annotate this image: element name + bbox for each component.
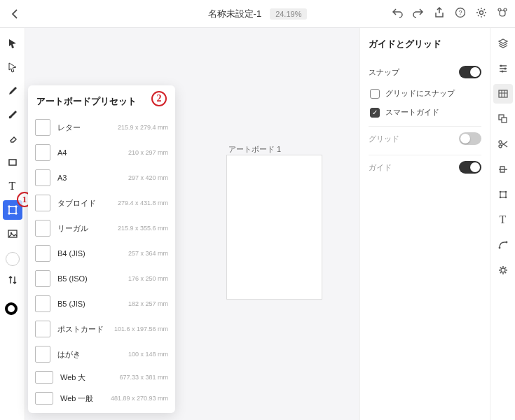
left-toolbar: T xyxy=(0,28,25,420)
appearance-icon[interactable] xyxy=(493,260,513,280)
preset-row[interactable]: はがき100 x 148 mm xyxy=(28,342,175,367)
preset-name: はがき xyxy=(57,349,121,360)
preset-dims: 210 x 297 mm xyxy=(128,149,168,156)
svg-rect-15 xyxy=(502,118,507,122)
svg-point-22 xyxy=(504,197,507,199)
artboard[interactable] xyxy=(227,155,322,299)
guide-label: ガイド xyxy=(369,162,392,173)
preset-name: レター xyxy=(57,122,111,133)
page-icon xyxy=(35,392,53,405)
snap-toggle[interactable] xyxy=(459,66,481,78)
smart-guide-checkbox[interactable]: ✓ スマートガイド xyxy=(369,103,481,122)
svg-rect-18 xyxy=(500,192,506,197)
svg-point-24 xyxy=(505,241,507,244)
preset-dims: 100 x 148 mm xyxy=(128,351,168,358)
undo-button[interactable] xyxy=(392,7,403,21)
preset-name: リーガル xyxy=(57,223,111,234)
transform-icon[interactable] xyxy=(493,185,513,204)
preset-row[interactable]: タブロイド279.4 x 431.8 mm xyxy=(28,190,175,216)
preset-name: Web 一般 xyxy=(60,393,104,404)
svg-point-12 xyxy=(501,71,503,73)
svg-text:?: ? xyxy=(458,9,462,16)
page-icon xyxy=(35,220,50,237)
help-button[interactable]: ? xyxy=(455,7,466,21)
preset-name: B4 (JIS) xyxy=(57,249,121,258)
snap-label: スナップ xyxy=(369,67,399,78)
guide-toggle[interactable] xyxy=(459,161,481,174)
svg-point-16 xyxy=(499,141,502,144)
artboard-label[interactable]: アートボード 1 xyxy=(228,144,281,155)
eraser-tool[interactable] xyxy=(3,129,22,148)
layout-icon[interactable] xyxy=(493,109,513,129)
preset-name: Web 大 xyxy=(60,372,112,383)
preset-name: ポストカード xyxy=(57,324,107,335)
preset-row[interactable]: Web 大677.33 x 381 mm xyxy=(28,367,175,388)
grid-guides-icon[interactable] xyxy=(493,84,513,104)
svg-rect-6 xyxy=(9,160,16,165)
preset-dims: 215.9 x 355.6 mm xyxy=(118,225,168,232)
svg-point-27 xyxy=(502,273,504,274)
preset-row[interactable]: リーガル215.9 x 355.6 mm xyxy=(28,216,175,241)
svg-point-11 xyxy=(504,68,506,70)
preset-row[interactable]: ポストカード101.6 x 197.56 mm xyxy=(28,316,175,342)
preset-row[interactable]: レター215.9 x 279.4 mm xyxy=(28,115,175,140)
svg-point-19 xyxy=(499,191,501,193)
svg-point-28 xyxy=(499,270,500,271)
color-swatch[interactable] xyxy=(6,252,20,266)
pen-tool[interactable] xyxy=(3,81,22,101)
back-button[interactable] xyxy=(7,8,24,20)
preset-row[interactable]: B5 (ISO)176 x 250 mm xyxy=(28,266,175,291)
svg-point-26 xyxy=(502,266,504,267)
mascot-icon[interactable] xyxy=(497,7,508,21)
page-icon xyxy=(35,321,50,337)
svg-point-21 xyxy=(499,197,501,199)
page-icon xyxy=(35,144,50,161)
align-icon[interactable] xyxy=(493,160,513,179)
preset-dims: 215.9 x 279.4 mm xyxy=(118,124,168,131)
grid-label: グリッド xyxy=(369,134,399,144)
preset-row[interactable]: A4210 x 297 mm xyxy=(28,140,175,165)
right-rail: T xyxy=(490,28,515,420)
document-title[interactable]: 名称未設定-1 xyxy=(208,8,262,20)
checkbox-off-icon xyxy=(370,89,380,99)
snap-to-grid-checkbox[interactable]: グリッドにスナップ xyxy=(369,84,481,103)
rectangle-tool[interactable] xyxy=(3,153,22,172)
select-tool[interactable] xyxy=(3,34,22,53)
grid-toggle[interactable] xyxy=(459,132,481,145)
brush-tool[interactable] xyxy=(3,105,22,125)
arrange-tool[interactable] xyxy=(7,274,18,288)
page-icon xyxy=(35,295,50,312)
annotation-marker-2: 2 xyxy=(151,91,167,106)
zoom-level[interactable]: 24.19% xyxy=(270,8,307,20)
text-panel-icon[interactable]: T xyxy=(493,210,513,230)
sliders-icon[interactable] xyxy=(493,59,513,78)
path-icon[interactable] xyxy=(493,235,513,255)
annotation-ring xyxy=(5,302,18,315)
image-tool[interactable] xyxy=(3,224,22,244)
preset-row[interactable]: B4 (JIS)257 x 364 mm xyxy=(28,241,175,266)
preset-dims: 176 x 250 mm xyxy=(128,275,168,282)
preset-name: B5 (JIS) xyxy=(57,300,121,308)
preset-name: A3 xyxy=(57,174,121,182)
preset-dims: 257 x 364 mm xyxy=(128,250,168,257)
page-icon xyxy=(35,195,50,211)
settings-button[interactable] xyxy=(476,7,487,21)
preset-name: B5 (ISO) xyxy=(57,274,121,283)
redo-button[interactable] xyxy=(413,7,424,21)
page-icon xyxy=(35,371,53,384)
preset-dims: 101.6 x 197.56 mm xyxy=(114,326,168,332)
share-button[interactable] xyxy=(434,7,445,21)
page-icon xyxy=(35,346,50,363)
page-icon xyxy=(35,119,50,136)
preset-row[interactable]: A3297 x 420 mm xyxy=(28,165,175,190)
svg-point-32 xyxy=(500,272,501,274)
artboard-preset-panel: アートボードプリセット レター215.9 x 279.4 mmA4210 x 2… xyxy=(28,85,175,413)
svg-point-20 xyxy=(504,191,507,193)
preset-row[interactable]: Web 一般481.89 x 270.93 mm xyxy=(28,388,175,409)
preset-row[interactable]: B5 (JIS)182 x 257 mm xyxy=(28,291,175,316)
top-bar: 名称未設定-1 24.19% ? xyxy=(0,0,515,28)
scissors-icon[interactable] xyxy=(493,134,513,154)
svg-point-30 xyxy=(500,267,501,269)
direct-select-tool[interactable] xyxy=(3,57,22,77)
layers-icon[interactable] xyxy=(493,34,513,53)
